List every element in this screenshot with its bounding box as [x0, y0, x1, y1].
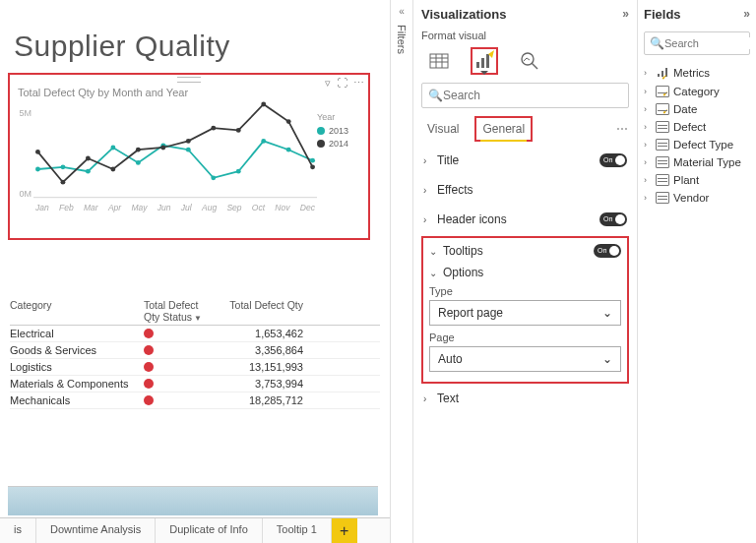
more-format-icon[interactable]: ⋯ [616, 122, 629, 136]
format-visual-icon[interactable] [471, 47, 498, 75]
svg-point-17 [136, 148, 141, 152]
tab-general[interactable]: General [474, 116, 533, 142]
header-icons-toggle[interactable]: On [599, 212, 627, 226]
section-tooltips: ⌄Tooltips On ⌄Options Type Report page⌄ … [421, 236, 629, 384]
field-defect-type[interactable]: ›Defect Type [644, 136, 750, 153]
svg-point-22 [261, 102, 266, 107]
svg-point-20 [211, 126, 216, 131]
chart-title: Total Defect Qty by Month and Year [18, 87, 364, 98]
report-canvas: Supplier Quality ▿ ⛶ ⋯ Total Defect Qty … [0, 0, 390, 543]
field-vendor[interactable]: ›Vendor [644, 189, 750, 207]
x-axis: JanFebMarAprMayJunJulAugSepOctNovDec [33, 203, 317, 212]
more-options-icon[interactable]: ⋯ [353, 77, 364, 90]
format-search-input[interactable] [443, 89, 622, 102]
section-effects[interactable]: ›Effects [421, 175, 629, 205]
field-material-type[interactable]: ›Material Type [644, 153, 750, 171]
chevron-right-icon: › [644, 68, 652, 78]
expand-filters-icon[interactable]: « [391, 6, 412, 17]
filter-icon[interactable]: ▿ [325, 77, 331, 90]
svg-point-21 [236, 128, 241, 133]
chevron-down-icon: ⌄ [429, 246, 439, 257]
svg-point-12 [310, 158, 315, 163]
filters-pane-collapsed[interactable]: « Filters [390, 0, 413, 543]
svg-point-24 [310, 164, 315, 169]
analytics-icon[interactable] [516, 47, 543, 75]
svg-rect-25 [430, 54, 448, 68]
field-plant[interactable]: ›Plant [644, 171, 750, 189]
chevron-right-icon: › [644, 122, 652, 132]
tooltips-header[interactable]: ⌄Tooltips On [429, 242, 621, 260]
svg-point-1 [35, 167, 40, 172]
visualizations-title: Visualizations [421, 7, 506, 22]
chevron-right-icon: › [423, 185, 433, 196]
svg-point-3 [86, 169, 91, 174]
collapse-fields-icon[interactable]: » [743, 7, 750, 21]
field-defect[interactable]: ›Defect [644, 118, 750, 136]
status-dot-icon [144, 329, 154, 338]
col-category[interactable]: Category [10, 299, 144, 323]
svg-line-34 [532, 63, 537, 69]
svg-point-7 [186, 148, 191, 152]
chevron-right-icon: › [423, 214, 433, 225]
add-page-button[interactable]: + [332, 518, 357, 543]
svg-point-16 [110, 167, 115, 172]
page-tabs: is Downtime Analysis Duplicate of Info T… [0, 517, 440, 543]
fields-pane: Fields » 🔍 ›✔Metrics ›✔Category ›✔Date ›… [638, 0, 756, 543]
chevron-right-icon: › [423, 155, 433, 166]
fields-search[interactable]: 🔍 [644, 31, 750, 55]
section-header-icons[interactable]: ›Header icons On [421, 205, 629, 234]
table-row: Goods & Services3,356,864 [10, 342, 380, 359]
collapse-pane-icon[interactable]: » [622, 7, 629, 21]
legend-swatch-icon [317, 127, 325, 135]
section-title[interactable]: ›Title On [421, 146, 629, 175]
field-category[interactable]: ›✔Category [644, 83, 750, 100]
col-qty[interactable]: Total Defect Qty [215, 299, 303, 323]
search-icon: 🔍 [428, 89, 443, 102]
visualizations-pane: Visualizations » Format visual 🔍 Visual … [413, 0, 638, 543]
field-date[interactable]: ›✔Date [644, 100, 750, 118]
page-tab[interactable]: Duplicate of Info [156, 518, 263, 543]
field-metrics[interactable]: ›✔Metrics [644, 63, 750, 83]
status-dot-icon [144, 395, 154, 405]
title-toggle[interactable]: On [599, 153, 627, 167]
category-table[interactable]: Category Total Defect Qty Status▼ Total … [10, 299, 380, 409]
drag-handle-icon[interactable] [177, 77, 201, 83]
svg-point-4 [110, 146, 115, 151]
focus-mode-icon[interactable]: ⛶ [337, 77, 347, 90]
status-dot-icon [144, 362, 154, 372]
map-visual[interactable] [8, 486, 378, 515]
chevron-down-icon: ⌄ [602, 306, 612, 320]
line-chart-visual[interactable]: ▿ ⛶ ⋯ Total Defect Qty by Month and Year… [8, 73, 370, 240]
svg-rect-31 [481, 58, 484, 68]
chart-plot[interactable]: JanFebMarAprMayJunJulAugSepOctNovDec [33, 104, 317, 212]
page-tab[interactable]: Tooltip 1 [263, 518, 332, 543]
type-label: Type [429, 285, 621, 297]
table-row: Mechanicals18,285,712 [10, 392, 380, 409]
table-row: Electrical1,653,462 [10, 326, 380, 342]
filters-label: Filters [396, 25, 408, 54]
chevron-down-icon: ⌄ [429, 268, 439, 278]
legend-swatch-icon [317, 140, 325, 148]
options-header[interactable]: ⌄Options [429, 266, 621, 279]
svg-point-11 [286, 148, 291, 152]
fields-search-input[interactable] [664, 37, 756, 49]
chart-legend[interactable]: Year 2013 2014 [317, 104, 364, 212]
type-select[interactable]: Report page⌄ [429, 300, 621, 326]
search-icon: 🔍 [650, 36, 664, 50]
format-search[interactable]: 🔍 [421, 83, 629, 108]
build-visual-icon[interactable] [425, 47, 453, 75]
page-tab[interactable]: Downtime Analysis [36, 518, 156, 543]
svg-point-10 [261, 139, 266, 144]
table-row: Materials & Components3,753,994 [10, 376, 380, 392]
tab-visual[interactable]: Visual [421, 118, 465, 140]
page-select[interactable]: Auto⌄ [429, 346, 621, 372]
svg-point-9 [236, 169, 241, 174]
page-tab[interactable]: is [0, 518, 36, 543]
tooltips-toggle[interactable]: On [594, 244, 621, 258]
svg-rect-35 [658, 74, 660, 77]
svg-point-15 [86, 156, 91, 161]
chevron-right-icon: › [644, 104, 652, 114]
col-status[interactable]: Total Defect Qty Status▼ [144, 299, 215, 323]
status-dot-icon [144, 345, 154, 355]
section-text[interactable]: ›Text [421, 384, 629, 413]
